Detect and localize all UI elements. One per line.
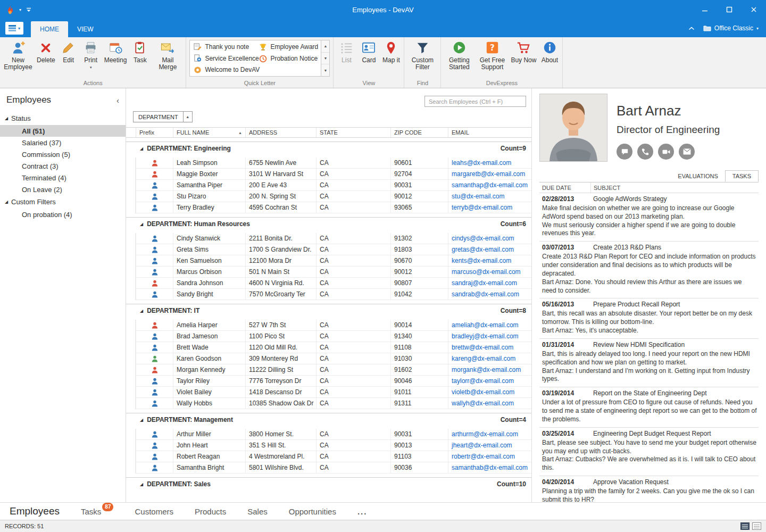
sidebar-group-status[interactable]: ◢Status bbox=[0, 112, 126, 125]
employee-row-morgan-kennedy[interactable]: Morgan Kennedy11222 Dilling StCA91602mor… bbox=[126, 364, 531, 376]
gallery-item-service-excellence[interactable]: Service Excellence bbox=[190, 53, 255, 64]
employee-row-samantha-bright[interactable]: Samantha Bright5801 Wilshire Blvd.CA9003… bbox=[126, 462, 531, 473]
gallery-item-probation-notice[interactable]: Probation Notice bbox=[255, 53, 321, 64]
email-link[interactable]: leahs@dx-email.com bbox=[448, 157, 531, 169]
ribbon-button-getting-started[interactable]: Getting Started bbox=[443, 38, 476, 71]
group-by-department-button[interactable]: DEPARTMENT ▲ bbox=[133, 111, 193, 122]
ribbon-button-edit[interactable]: Edit bbox=[57, 38, 80, 64]
employee-row-arthur-miller[interactable]: Arthur Miller3800 Homer St.CA90031arthur… bbox=[126, 429, 531, 440]
column-header-email[interactable]: EMAIL bbox=[448, 128, 531, 137]
employee-row-taylor-riley[interactable]: Taylor Riley7776 Torreyson DrCA90046tayl… bbox=[126, 376, 531, 387]
ribbon-button-map-it[interactable]: Map it bbox=[380, 38, 402, 64]
search-input[interactable] bbox=[424, 96, 526, 107]
task-item[interactable]: 05/16/2013Prepare Product Recall ReportB… bbox=[539, 298, 759, 338]
sidebar-item-on-leave-2[interactable]: On Leave (2) bbox=[0, 184, 126, 195]
column-header-prefix[interactable]: Prefix bbox=[136, 128, 173, 137]
email-link[interactable]: morgank@dx-email.com bbox=[448, 364, 531, 376]
email-link[interactable]: robertr@dx-email.com bbox=[448, 451, 531, 462]
task-column-due-date[interactable]: DUE DATE bbox=[539, 182, 590, 193]
gallery-dropdown-button[interactable]: ▼ bbox=[321, 64, 329, 76]
group-row-department-it[interactable]: ◢DEPARTMENT: ITCount=8 bbox=[126, 304, 531, 317]
email-link[interactable]: brettw@dx-email.com bbox=[448, 342, 531, 353]
employee-row-samantha-piper[interactable]: Samantha Piper200 E Ave 43CA90031samanth… bbox=[126, 180, 531, 191]
ribbon-button-mail-merge[interactable]: Mail Merge bbox=[151, 38, 184, 71]
bottom-tab-tasks[interactable]: Tasks87 bbox=[81, 507, 113, 516]
employee-row-stu-pizaro[interactable]: Stu Pizaro200 N. Spring StCA90012stu@dx-… bbox=[126, 191, 531, 202]
column-header-zip-code[interactable]: ZIP CODE bbox=[390, 128, 448, 137]
employee-row-karen-goodson[interactable]: Karen Goodson309 Monterey RdCA91030karen… bbox=[126, 353, 531, 364]
task-item[interactable]: 01/31/2014Review New HDMI SpecificationB… bbox=[539, 339, 759, 387]
sidebar-collapse-button[interactable]: ‹ bbox=[116, 96, 119, 104]
card-view-toggle[interactable] bbox=[752, 522, 761, 530]
ribbon-button-new-employee[interactable]: New Employee bbox=[2, 38, 35, 71]
app-logo-caret-icon[interactable]: ▾ bbox=[19, 7, 21, 12]
ribbon-tab-view[interactable]: VIEW bbox=[68, 21, 103, 37]
sidebar-group-custom-filters[interactable]: ◢Custom Filters bbox=[0, 195, 126, 209]
email-link[interactable]: stu@dx-email.com bbox=[448, 191, 531, 202]
ribbon-button-task[interactable]: Task bbox=[129, 38, 151, 64]
email-link[interactable]: terryb@dx-email.com bbox=[448, 202, 531, 213]
ribbon-button-card[interactable]: Card bbox=[357, 38, 380, 64]
gallery-item-employee-award[interactable]: Employee Award bbox=[255, 41, 321, 53]
email-link[interactable]: sandrab@dx-email.com bbox=[448, 289, 531, 300]
sidebar-item-contract-3[interactable]: Contract (3) bbox=[0, 160, 126, 172]
ribbon-button-delete[interactable]: Delete bbox=[35, 38, 57, 64]
email-link[interactable]: cindys@dx-email.com bbox=[448, 233, 531, 244]
phone-button[interactable] bbox=[637, 144, 653, 160]
email-link[interactable]: samanthab@dx-email.com bbox=[448, 462, 531, 473]
ribbon-button-print[interactable]: Print▾ bbox=[80, 38, 102, 69]
email-link[interactable]: samanthap@dx-email.com bbox=[448, 180, 531, 191]
ribbon-button-about[interactable]: About bbox=[538, 38, 561, 64]
group-row-department-human-resources[interactable]: ◢DEPARTMENT: Human ResourcesCount=6 bbox=[126, 217, 531, 230]
chat-button[interactable] bbox=[617, 144, 632, 160]
detail-tab-evaluations[interactable]: EVALUATIONS bbox=[671, 170, 725, 182]
bottom-tab-opportunities[interactable]: Opportunities bbox=[289, 507, 336, 516]
bottom-tab-employees[interactable]: Employees bbox=[10, 505, 60, 517]
ribbon-collapse-button[interactable] bbox=[688, 27, 695, 30]
email-link[interactable]: margaretb@dx-email.com bbox=[448, 169, 531, 180]
email-link[interactable]: kents@dx-email.com bbox=[448, 255, 531, 267]
employee-row-leah-simpson[interactable]: Leah Simpson6755 Newlin AveCA90601leahs@… bbox=[126, 157, 531, 169]
email-link[interactable]: taylorr@dx-email.com bbox=[448, 376, 531, 387]
ribbon-button-buy-now[interactable]: Buy Now bbox=[509, 38, 538, 64]
detail-tab-tasks[interactable]: TASKS bbox=[725, 170, 759, 182]
maximize-button[interactable] bbox=[717, 0, 742, 19]
gallery-scroll-down-button[interactable]: ▼ bbox=[321, 53, 329, 65]
quick-access-customize-icon[interactable] bbox=[26, 7, 31, 12]
email-link[interactable]: jheart@dx-email.com bbox=[448, 440, 531, 451]
bottom-tab-sales[interactable]: Sales bbox=[247, 507, 268, 516]
group-row-department-sales[interactable]: ◢DEPARTMENT: SalesCount=10 bbox=[126, 477, 531, 491]
employee-row-brett-wade[interactable]: Brett Wade1120 Old Mill Rd.CA91108brettw… bbox=[126, 342, 531, 353]
email-link[interactable]: sandraj@dx-email.com bbox=[448, 278, 531, 289]
sidebar-item-commission-5[interactable]: Commission (5) bbox=[0, 148, 126, 160]
employee-row-john-heart[interactable]: John Heart351 S Hill St.CA90013jheart@dx… bbox=[126, 440, 531, 451]
group-row-department-engineering[interactable]: ◢DEPARTMENT: EngineeringCount=9 bbox=[126, 142, 531, 155]
email-link[interactable]: wallyh@dx-email.com bbox=[448, 398, 531, 409]
email-link[interactable]: gretas@dx-email.com bbox=[448, 244, 531, 255]
ribbon-tab-home[interactable]: HOME bbox=[31, 21, 68, 37]
employee-row-violet-bailey[interactable]: Violet Bailey1418 Descanso DrCA91011viol… bbox=[126, 387, 531, 398]
employee-row-marcus-orbison[interactable]: Marcus Orbison501 N Main StCA90012marcus… bbox=[126, 267, 531, 278]
email-link[interactable]: bradleyj@dx-email.com bbox=[448, 331, 531, 342]
mail-button[interactable] bbox=[679, 144, 695, 160]
column-header-full-name[interactable]: FULL NAME▲ bbox=[173, 128, 245, 137]
task-item[interactable]: 02/28/2013Google AdWords StrategyMake fi… bbox=[539, 193, 759, 242]
employee-row-brad-jameson[interactable]: Brad Jameson1100 Pico StCA91340bradleyj@… bbox=[126, 331, 531, 342]
group-row-department-management[interactable]: ◢DEPARTMENT: ManagementCount=4 bbox=[126, 413, 531, 426]
bottom-tab-products[interactable]: Products bbox=[195, 507, 226, 516]
ribbon-button-custom-filter[interactable]: Custom Filter bbox=[406, 38, 439, 71]
employee-row-greta-sims[interactable]: Greta Sims1700 S Grandview Dr.CA91803gre… bbox=[126, 244, 531, 255]
theme-selector[interactable]: Office Classic ▾ bbox=[703, 24, 759, 32]
bottom-tab-customers[interactable]: Customers bbox=[135, 507, 173, 516]
employee-row-cindy-stanwick[interactable]: Cindy Stanwick2211 Bonita Dr.CA91302cind… bbox=[126, 233, 531, 244]
task-item[interactable]: 03/25/2014Engineering Dept Budget Reques… bbox=[539, 428, 759, 476]
gallery-scroll-up-button[interactable]: ▲ bbox=[321, 40, 329, 53]
application-menu-button[interactable]: ▾ bbox=[5, 22, 23, 35]
sidebar-item-on-probation-4[interactable]: On probation (4) bbox=[0, 209, 126, 220]
email-link[interactable]: ameliah@dx-email.com bbox=[448, 320, 531, 331]
email-link[interactable]: violetb@dx-email.com bbox=[448, 387, 531, 398]
task-item[interactable]: 03/19/2014Report on the State of Enginee… bbox=[539, 387, 759, 427]
column-header-address[interactable]: ADDRESS bbox=[245, 128, 316, 137]
ribbon-button-meeting[interactable]: Meeting bbox=[102, 38, 129, 64]
ribbon-button-list[interactable]: List bbox=[335, 38, 357, 64]
